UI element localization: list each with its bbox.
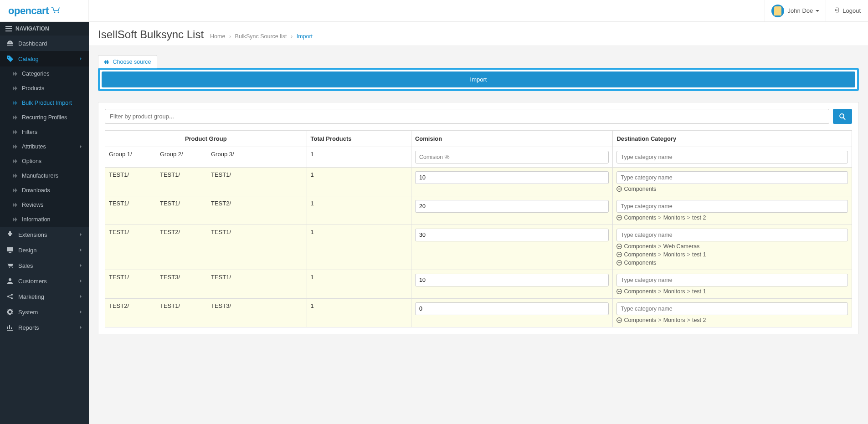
logout-button[interactable]: Logout [826,0,868,21]
category-input[interactable] [616,274,848,286]
category-input[interactable] [616,151,848,163]
svg-rect-10 [618,246,621,246]
top-bar: opencart John Doe Logout [0,0,868,22]
breadcrumb-home[interactable]: Home [210,33,225,40]
sidebar-item-bulk-import[interactable]: Bulk Product Import [0,96,89,110]
nav-header[interactable]: NAVIGATION [0,22,89,36]
category-chip[interactable]: Components> Monitors> test 1 [616,251,848,258]
double-chevron-icon [13,115,17,120]
sidebar-item-filters[interactable]: Filters [0,125,89,139]
logout-label: Logout [842,7,861,14]
sidebar-item-marketing[interactable]: Marketing [0,289,89,304]
breadcrumb-source-list[interactable]: BulkSync Source list [235,33,287,40]
sidebar-item-design[interactable]: Design [0,242,89,258]
svg-point-4 [11,297,13,299]
svg-point-3 [11,294,13,296]
category-input[interactable] [616,171,848,184]
table-row: TEST1/TEST3/TEST1/1 Components> Monitors… [105,270,852,299]
group-label: TEST1/ [160,200,201,207]
svg-rect-6 [618,189,621,189]
group-label: TEST1/ [109,274,150,281]
catalog-submenu: Categories Products Bulk Product Import … [0,66,89,227]
col-comision: Comision [411,131,613,147]
svg-point-1 [58,12,59,13]
minus-circle-icon [616,260,622,266]
puzzle-icon [6,231,14,238]
brand-logo[interactable]: opencart [0,0,89,21]
group-label: TEST2/ [211,200,252,207]
double-chevron-icon [13,174,17,178]
user-icon [6,277,14,285]
category-chip[interactable]: Components> Web Cameras [616,243,848,250]
category-input[interactable] [616,229,848,241]
gear-icon [6,308,14,316]
col-destination-category: Destination Category [613,131,852,147]
import-frame: Import [98,68,859,91]
search-button[interactable] [833,109,852,124]
sidebar-item-attributes[interactable]: Attributes [0,139,89,154]
sidebar-item-information[interactable]: Information [0,212,89,227]
comision-input[interactable] [415,302,609,315]
group-label: TEST1/ [109,171,150,178]
col-product-group: Product Group [105,131,307,147]
sidebar-item-recurring[interactable]: Recurring Profiles [0,110,89,125]
double-chevron-icon [13,101,17,105]
total-value: 1 [307,225,411,270]
sidebar-item-customers[interactable]: Customers [0,273,89,289]
choose-source-tab[interactable]: Choose source [98,55,157,68]
category-chip[interactable]: Components> Monitors> test 2 [616,317,848,323]
double-chevron-icon [13,130,17,134]
tag-icon [6,55,14,62]
sidebar-item-reviews[interactable]: Reviews [0,198,89,212]
sidebar-item-options[interactable]: Options [0,154,89,169]
category-input[interactable] [616,302,848,315]
comision-input[interactable] [415,171,609,184]
breadcrumb-current: Import [297,33,313,40]
group-label: TEST3/ [160,274,201,281]
sidebar-item-system[interactable]: System [0,304,89,320]
filter-input[interactable] [105,109,829,124]
search-icon [839,113,846,120]
category-chip[interactable]: Components [616,260,848,266]
brand-text: opencart [8,5,49,17]
category-input[interactable] [616,200,848,213]
menu-icon [5,26,12,31]
sidebar-item-manufacturers[interactable]: Manufacturers [0,169,89,183]
desktop-icon [6,246,14,254]
sidebar-item-extensions[interactable]: Extensions [0,227,89,242]
table-row: TEST1/TEST1/TEST2/1 Components> Monitors… [105,196,852,225]
sidebar-item-dashboard[interactable]: Dashboard [0,36,89,51]
sidebar-item-products[interactable]: Products [0,81,89,96]
category-chip[interactable]: Components> Monitors> test 2 [616,215,848,221]
sidebar-item-sales[interactable]: Sales [0,258,89,273]
user-menu-button[interactable]: John Doe [765,0,826,21]
group-label: TEST1/ [160,302,201,309]
sidebar-item-catalog[interactable]: Catalog [0,51,89,66]
group-label: TEST1/ [109,229,150,235]
chevron-right-icon [79,263,82,268]
sidebar-item-downloads[interactable]: Downloads [0,183,89,198]
category-chip[interactable]: Components> Monitors> test 1 [616,288,848,295]
comision-input[interactable] [415,274,609,286]
page-title: IsellSoft Bulksync List [98,28,204,41]
sidebar-item-categories[interactable]: Categories [0,66,89,81]
minus-circle-icon [616,186,622,192]
total-value: 1 [307,196,411,225]
comision-input[interactable] [415,151,609,163]
import-button[interactable]: Import [102,72,855,87]
total-value: 1 [307,147,411,168]
total-value: 1 [307,168,411,196]
double-chevron-icon [13,203,17,207]
category-chip[interactable]: Components [616,186,848,192]
double-chevron-icon [13,72,17,76]
table-row: TEST2/TEST1/TEST3/1 Components> Monitors… [105,299,852,327]
group-label: Group 1/ [109,151,150,158]
chevron-right-icon [79,325,82,330]
group-label: Group 3/ [211,151,252,158]
comision-input[interactable] [415,200,609,213]
sidebar-item-reports[interactable]: Reports [0,320,89,335]
minus-circle-icon [616,317,622,323]
col-total-products: Total Products [307,131,411,147]
comision-input[interactable] [415,229,609,241]
dashboard-icon [6,40,14,47]
